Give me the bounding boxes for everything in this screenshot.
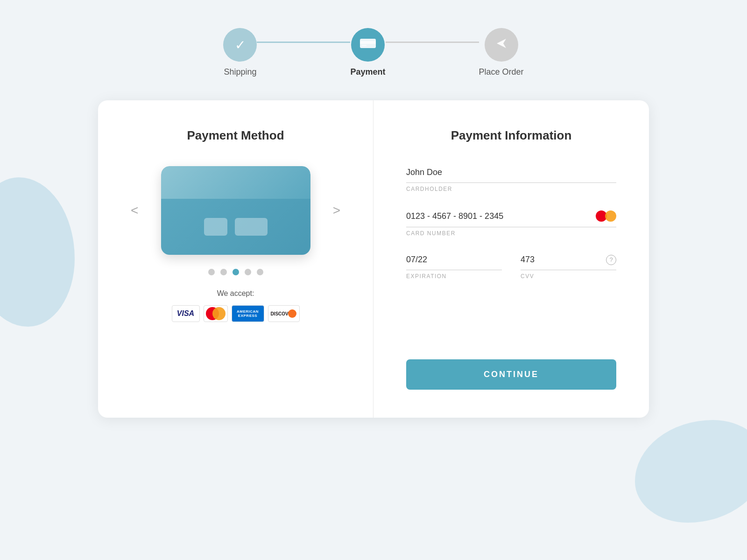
step-shipping: ✓ Shipping	[223, 28, 257, 77]
check-icon: ✓	[235, 37, 246, 53]
credit-card-display	[161, 166, 310, 255]
left-panel-title: Payment Method	[187, 128, 284, 143]
cardholder-field: John Doe CARDHOLDER	[406, 166, 616, 192]
card-top	[161, 166, 310, 199]
right-panel-title: Payment Information	[406, 128, 616, 143]
stepper: ✓ Shipping Payment	[223, 28, 523, 77]
two-col-fields: 07/22 EXPIRATION 473 ? CVV	[406, 253, 616, 280]
mc-badge-icon	[596, 209, 616, 223]
cvv-value[interactable]: 473 ?	[521, 253, 616, 270]
cardholder-value[interactable]: John Doe	[406, 166, 616, 183]
amex-logo: AMERICANEXPRESS	[232, 305, 264, 322]
dot-3[interactable]	[233, 269, 239, 275]
dot-5[interactable]	[257, 269, 263, 275]
step-place-order: Place Order	[479, 28, 524, 77]
step-connector-1	[257, 42, 350, 43]
card-logos: VISA AMERICANEXPRESS DISCOVER	[172, 305, 300, 322]
card-bottom	[161, 199, 310, 255]
dot-4[interactable]	[245, 269, 251, 275]
card-icon	[359, 37, 376, 53]
mc-badge-yellow	[605, 210, 616, 222]
svg-rect-2	[362, 45, 366, 46]
svg-rect-1	[360, 41, 376, 44]
decorative-blob-right	[635, 420, 747, 523]
step-label-place-order: Place Order	[479, 67, 524, 77]
card-chip-1	[204, 218, 227, 236]
right-panel: Payment Information John Doe CARDHOLDER …	[374, 100, 649, 418]
card-number-value[interactable]: 0123 - 4567 - 8901 - 2345	[406, 209, 616, 227]
visa-logo: VISA	[172, 305, 200, 322]
carousel-dots	[208, 269, 263, 275]
expiration-label: EXPIRATION	[406, 273, 502, 280]
dot-2[interactable]	[220, 269, 227, 275]
carousel-prev-button[interactable]: <	[126, 198, 143, 223]
cardholder-label: CARDHOLDER	[406, 186, 616, 192]
mastercard-logo	[204, 305, 228, 322]
cvv-label: CVV	[521, 273, 616, 280]
step-payment: Payment	[350, 28, 385, 77]
mc-yellow-circle	[212, 307, 226, 320]
step-label-shipping: Shipping	[224, 67, 256, 77]
we-accept-label: We accept:	[217, 289, 254, 298]
discover-logo: DISCOVER	[268, 305, 300, 322]
send-icon	[494, 36, 509, 54]
card-number-field: 0123 - 4567 - 8901 - 2345 CARD NUMBER	[406, 209, 616, 237]
carousel-next-button[interactable]: >	[328, 198, 345, 223]
expiration-field: 07/22 EXPIRATION	[406, 253, 502, 280]
cvv-field: 473 ? CVV	[521, 253, 616, 280]
step-circle-shipping: ✓	[223, 28, 257, 62]
main-card: Payment Method < > We a	[98, 100, 649, 418]
discover-dot	[288, 309, 296, 318]
left-panel: Payment Method < > We a	[98, 100, 374, 418]
step-connector-2	[386, 42, 479, 43]
dot-1[interactable]	[208, 269, 215, 275]
cvv-help-icon[interactable]: ?	[606, 255, 616, 265]
card-display-area: < >	[131, 166, 340, 255]
step-label-payment: Payment	[350, 67, 385, 77]
step-circle-place-order	[485, 28, 518, 62]
expiration-value[interactable]: 07/22	[406, 253, 502, 270]
card-number-label: CARD NUMBER	[406, 230, 616, 237]
page-wrapper: ✓ Shipping Payment	[0, 0, 747, 418]
continue-button[interactable]: CONTINUE	[406, 359, 616, 390]
card-chip-2	[235, 218, 268, 236]
step-circle-payment	[351, 28, 385, 62]
